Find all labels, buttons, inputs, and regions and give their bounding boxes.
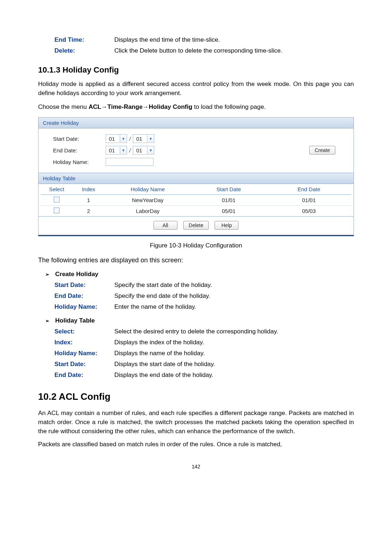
figure-divider: [38, 235, 354, 236]
delete-button[interactable]: Delete: [183, 221, 209, 230]
row-checkbox[interactable]: [54, 197, 60, 202]
group-title-create-holiday: Create Holiday: [55, 271, 98, 278]
arrow-icon: ➢: [45, 318, 49, 324]
cell-index: 2: [73, 206, 105, 217]
def-label: End Date:: [54, 292, 114, 300]
menu-prefix: Choose the menu: [38, 103, 89, 110]
menu-path: ACL→Time-Range→Holiday Config: [89, 103, 192, 110]
label-start-date: Start Date:: [53, 136, 106, 142]
cell-end-date: 01/01: [266, 195, 351, 206]
arrow-icon: ➢: [45, 272, 49, 277]
def-label-delete: Delete:: [54, 47, 114, 54]
def-text-end-time: Displays the end time of the time-slice.: [114, 36, 354, 44]
help-button[interactable]: Help: [215, 221, 238, 230]
group-title-holiday-table: Holiday Table: [55, 317, 95, 324]
table-row: 2 LaborDay 05/01 05/03: [41, 206, 351, 217]
chevron-down-icon: ▼: [120, 135, 127, 142]
cell-start-date: 05/01: [191, 206, 266, 217]
col-start-date: Start Date: [191, 184, 266, 195]
cell-holiday-name: NewYearDay: [105, 195, 191, 206]
para-acl-2: Packets are classified based on match ru…: [38, 440, 354, 449]
panel-title-create-holiday: Create Holiday: [38, 118, 354, 128]
col-select: Select: [41, 184, 73, 195]
heading-holiday-config: 10.1.3 Holiday Config: [38, 65, 354, 75]
end-month-select[interactable]: 01 ▼: [106, 146, 127, 155]
heading-acl-config: 10.2 ACL Config: [38, 391, 354, 402]
def-label: Index:: [54, 339, 114, 346]
end-day-value: 01: [133, 147, 147, 153]
def-label: Holiday Name:: [54, 303, 114, 311]
chevron-down-icon: ▼: [147, 135, 154, 142]
def-label: End Date:: [54, 372, 114, 379]
end-month-value: 01: [106, 147, 120, 153]
cell-end-date: 05/03: [266, 206, 351, 217]
def-text: Specify the end date of the holiday.: [114, 292, 354, 300]
start-day-value: 01: [133, 136, 147, 142]
chevron-down-icon: ▼: [147, 147, 154, 154]
end-day-select[interactable]: 01 ▼: [133, 146, 154, 155]
def-label-end-time: End Time:: [54, 36, 114, 44]
label-holiday-name: Holiday Name:: [53, 159, 106, 165]
date-separator: /: [129, 147, 131, 153]
def-text: Displays the start date of the holiday.: [114, 361, 354, 368]
def-text: Specify the start date of the holiday.: [114, 282, 354, 289]
def-text: Enter the name of the holiday.: [114, 303, 354, 311]
start-month-select[interactable]: 01 ▼: [106, 134, 127, 143]
figure-caption: Figure 10-3 Holiday Configuration: [38, 242, 354, 249]
cell-start-date: 01/01: [191, 195, 266, 206]
cell-holiday-name: LaborDay: [105, 206, 191, 217]
def-text: Displays the end date of the holiday.: [114, 372, 354, 379]
col-index: Index: [73, 184, 105, 195]
page-number: 142: [38, 464, 354, 469]
start-month-value: 01: [106, 136, 120, 142]
def-label: Start Date:: [54, 361, 114, 368]
start-day-select[interactable]: 01 ▼: [133, 134, 154, 143]
menu-path-line: Choose the menu ACL→Time-Range→Holiday C…: [38, 103, 354, 111]
cell-index: 1: [73, 195, 105, 206]
entries-intro: The following entries are displayed on t…: [38, 257, 354, 264]
def-text: Displays the index of the holiday.: [114, 339, 354, 346]
holiday-name-input[interactable]: [106, 158, 154, 166]
table-row: 1 NewYearDay 01/01 01/01: [41, 195, 351, 206]
para-holiday-intro: Holiday mode is applied as a different s…: [38, 80, 354, 98]
col-holiday-name: Holiday Name: [105, 184, 191, 195]
def-label: Start Date:: [54, 282, 114, 289]
panel-title-holiday-table: Holiday Table: [38, 173, 354, 184]
def-text: Displays the name of the holiday.: [114, 350, 354, 357]
def-label: Select:: [54, 328, 114, 335]
label-end-date: End Date:: [53, 147, 106, 153]
para-acl-1: An ACL may contain a number of rules, an…: [38, 409, 354, 436]
def-text: Select the desired entry to delete the c…: [114, 328, 354, 335]
date-separator: /: [129, 136, 131, 142]
menu-suffix: to load the following page.: [192, 103, 266, 110]
col-end-date: End Date: [266, 184, 351, 195]
def-text-delete: Click the Delete button to delete the co…: [114, 47, 354, 54]
def-label: Holiday Name:: [54, 350, 114, 357]
all-button[interactable]: All: [154, 221, 177, 230]
row-checkbox[interactable]: [54, 208, 60, 213]
chevron-down-icon: ▼: [120, 147, 127, 154]
create-button[interactable]: Create: [309, 146, 335, 155]
